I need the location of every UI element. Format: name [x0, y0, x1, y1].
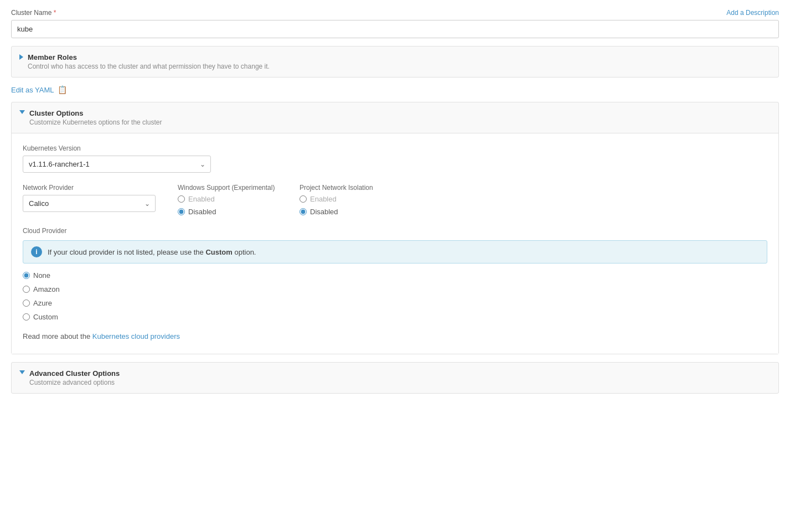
cluster-name-input[interactable] [11, 20, 779, 38]
cloud-custom-radio[interactable] [23, 313, 30, 321]
cluster-options-text: Cluster Options Customize Kubernetes opt… [29, 109, 162, 126]
windows-support-disabled-label[interactable]: Disabled [178, 208, 277, 216]
member-roles-text: Member Roles Control who has access to t… [28, 53, 270, 70]
cloud-provider-label: Cloud Provider [23, 227, 767, 235]
cloud-amazon-label[interactable]: Amazon [23, 285, 767, 293]
cluster-name-label: Cluster Name * [11, 9, 56, 17]
windows-support-label: Windows Support (Experimental) [178, 184, 277, 192]
kubernetes-version-group: Kubernetes Version v1.11.6-rancher1-1 v1… [23, 144, 767, 173]
project-network-disabled-text: Disabled [310, 208, 338, 216]
windows-support-radios: Enabled Disabled [178, 195, 277, 216]
project-network-label: Project Network Isolation [300, 184, 399, 192]
windows-support-enabled-radio[interactable] [178, 195, 185, 203]
info-banner-suffix: option. [233, 248, 256, 256]
project-network-radios: Enabled Disabled [300, 195, 399, 216]
required-star: * [54, 9, 56, 17]
windows-support-disabled-radio[interactable] [178, 208, 185, 215]
cloud-none-label[interactable]: None [23, 271, 767, 280]
cluster-options-section: Cluster Options Customize Kubernetes opt… [11, 102, 779, 354]
yaml-edit-link[interactable]: Edit as YAML [11, 86, 54, 94]
cluster-options-subtitle: Customize Kubernetes options for the clu… [29, 118, 162, 126]
cloud-provider-section: Cloud Provider i If your cloud provider … [23, 227, 767, 340]
add-description-link[interactable]: Add a Description [726, 9, 779, 17]
cloud-amazon-text: Amazon [33, 285, 60, 293]
cluster-options-arrow [19, 110, 25, 114]
page-container: Cluster Name * Add a Description Member … [0, 0, 790, 402]
project-network-disabled-label[interactable]: Disabled [300, 208, 399, 216]
advanced-cluster-options-title: Advanced Cluster Options [29, 369, 120, 378]
cloud-none-text: None [33, 271, 50, 280]
cloud-amazon-radio[interactable] [23, 286, 30, 293]
kubernetes-version-select-wrapper: v1.11.6-rancher1-1 v1.10.9-rancher1-1 v1… [23, 156, 211, 173]
copy-icon[interactable]: 📋 [58, 85, 67, 94]
network-provider-group: Network Provider Calico Canal Flannel We… [23, 184, 156, 212]
windows-support-enabled-label[interactable]: Enabled [178, 195, 277, 203]
kubernetes-version-select[interactable]: v1.11.6-rancher1-1 v1.10.9-rancher1-1 v1… [23, 156, 211, 173]
cloud-provider-radios: None Amazon Azure Custom [23, 271, 767, 321]
kubernetes-cloud-providers-link[interactable]: Kubernetes cloud providers [92, 332, 180, 340]
project-network-enabled-radio[interactable] [300, 195, 307, 203]
project-network-enabled-label[interactable]: Enabled [300, 195, 399, 203]
info-icon: i [31, 246, 42, 257]
member-roles-subtitle: Control who has access to the cluster an… [28, 63, 270, 70]
advanced-cluster-options-section: Advanced Cluster Options Customize advan… [11, 362, 779, 394]
info-banner-text: If your cloud provider is not listed, pl… [48, 248, 256, 256]
windows-support-disabled-text: Disabled [188, 208, 216, 216]
cloud-azure-label[interactable]: Azure [23, 299, 767, 307]
cloud-azure-radio[interactable] [23, 299, 30, 307]
advanced-cluster-options-arrow [19, 370, 25, 374]
cluster-name-header: Cluster Name * Add a Description [11, 9, 779, 17]
advanced-cluster-options-header[interactable]: Advanced Cluster Options Customize advan… [12, 363, 778, 393]
windows-support-enabled-text: Enabled [188, 195, 215, 203]
cluster-options-title: Cluster Options [29, 109, 162, 117]
member-roles-arrow [19, 54, 23, 60]
cloud-custom-text: Custom [33, 313, 58, 321]
cloud-custom-label[interactable]: Custom [23, 313, 767, 321]
cloud-none-radio[interactable] [23, 272, 30, 279]
network-row: Network Provider Calico Canal Flannel We… [23, 184, 767, 216]
info-banner-prefix: If your cloud provider is not listed, pl… [48, 248, 205, 256]
project-network-disabled-radio[interactable] [300, 208, 307, 215]
read-more-prefix: Read more about the [23, 332, 92, 340]
network-provider-select-wrapper: Calico Canal Flannel Weave ⌄ [23, 195, 156, 212]
project-network-enabled-text: Enabled [310, 195, 337, 203]
project-network-group: Project Network Isolation Enabled Disabl… [300, 184, 399, 216]
advanced-cluster-options-text: Advanced Cluster Options Customize advan… [29, 369, 120, 386]
member-roles-section: Member Roles Control who has access to t… [11, 46, 779, 78]
info-banner-bold: Custom [205, 248, 232, 256]
network-provider-select[interactable]: Calico Canal Flannel Weave [23, 195, 156, 212]
member-roles-title: Member Roles [28, 53, 270, 61]
cluster-options-content: Kubernetes Version v1.11.6-rancher1-1 v1… [12, 133, 778, 354]
windows-support-group: Windows Support (Experimental) Enabled D… [178, 184, 277, 216]
advanced-cluster-options-subtitle: Customize advanced options [29, 379, 120, 386]
network-provider-label: Network Provider [23, 184, 156, 192]
cluster-options-header[interactable]: Cluster Options Customize Kubernetes opt… [12, 102, 778, 133]
member-roles-header[interactable]: Member Roles Control who has access to t… [12, 47, 778, 77]
yaml-edit-row: Edit as YAML 📋 [11, 85, 779, 94]
cloud-provider-info-banner: i If your cloud provider is not listed, … [23, 240, 767, 264]
cloud-azure-text: Azure [33, 299, 52, 307]
read-more-row: Read more about the Kubernetes cloud pro… [23, 332, 767, 340]
cluster-name-label-text: Cluster Name [11, 9, 51, 17]
kubernetes-version-label: Kubernetes Version [23, 144, 767, 152]
